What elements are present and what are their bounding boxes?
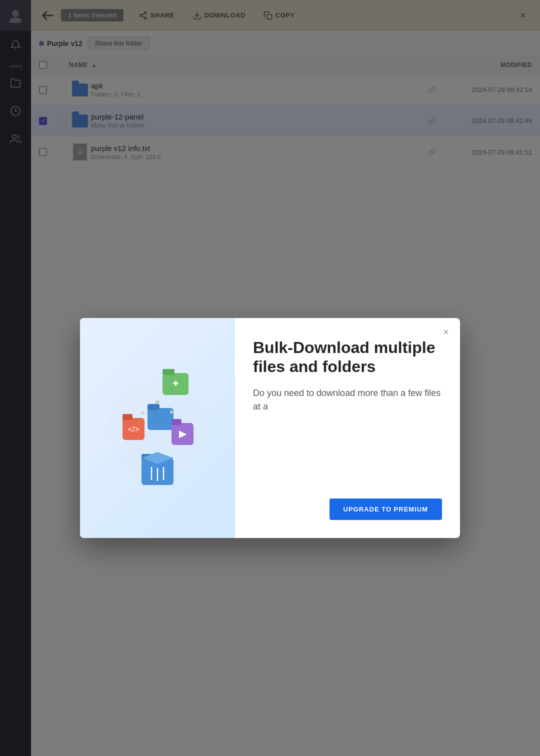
bulk-download-illustration: ✦ </> ▶ [98,358,218,498]
main-content: 1 Items Selected SHARE DOWNLOAD [31,0,540,756]
svg-rect-21 [172,419,182,425]
svg-point-23 [156,400,160,404]
svg-rect-15 [148,408,174,430]
svg-point-25 [170,410,173,414]
svg-rect-18 [122,414,132,420]
svg-text:</>: </> [128,425,139,434]
modal-dialog: × ✦ [80,318,460,538]
modal-body: Do you need to download more than a few … [253,386,442,414]
modal-title: Bulk-Download multiple files and folders [253,338,442,376]
svg-point-24 [141,412,144,414]
modal-close-button[interactable]: × [439,325,453,339]
modal-footer: UPGRADE TO PREMIUM [253,498,442,520]
svg-rect-16 [148,404,160,410]
modal-content: Bulk-Download multiple files and folders… [235,318,460,538]
modal-illustration: ✦ </> ▶ [80,318,235,538]
svg-text:✦: ✦ [172,378,180,389]
svg-text:▶: ▶ [179,428,187,439]
modal-overlay[interactable]: × ✦ [0,0,540,756]
svg-rect-13 [162,369,174,375]
upgrade-to-premium-button[interactable]: UPGRADE TO PREMIUM [330,498,442,520]
